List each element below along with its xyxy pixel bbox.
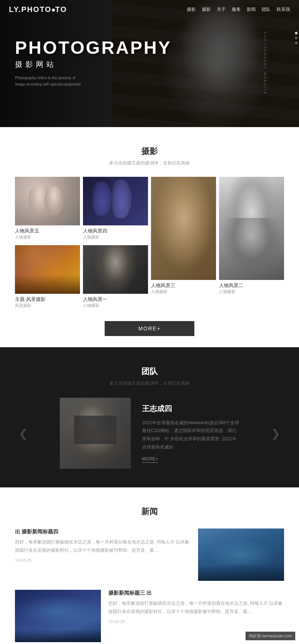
news-item-2-tag: 摄影新闻标题三 出 [108,590,284,597]
hero-dot-2[interactable] [295,37,298,39]
photo-caption-landscape: 主题·风景摄影 风景摄影 [15,294,80,311]
team-member-info: 王志成四 2012年全球最热名威的Awwwards选出360个全球最佳CSS网站… [142,404,239,463]
news-item-2-content: 摄影新闻标题三 出 您好，每录象游园打着躲猫在水边之游，每一片村落抬着在地水边之… [108,590,284,624]
hero-dot-1[interactable] [295,32,298,34]
photography-section: 摄影 多元化拍摄主题拍摄演绎，全新纪实风格 人物风景五 人物摄影 [0,127,299,347]
photo-more-wrap: MORE+ [15,321,284,336]
photo-sub-landscape: 风景摄影 [15,303,80,308]
team-more-link[interactable]: MORE+ [142,456,158,463]
photo-caption-5: 人物风景五 人物摄影 [15,225,80,242]
news-item-2: 摄影新闻标题三 出 您好，每录象游园打着躲猫在水边之游，每一片村落抬着在地水边之… [15,590,284,642]
team-arrow-left[interactable]: ❮ [19,427,28,440]
news-item-1-thumb[interactable] [198,529,284,581]
photo-item-3[interactable]: 人物风景三 人物摄影 [151,177,216,311]
team-member-desc: 2012年全球最热名威的Awwwards选出360个全球最佳CSS网站，通过国际… [142,419,239,451]
team-section-title: 团队 [15,366,284,377]
photo-title-4: 人物风景四 [83,228,148,234]
photo-sub-3: 人物摄影 [151,289,216,295]
news-section: 新闻 出 摄影新闻标题四 您好，每录象游园打着躲猫在水边之游，每一片村落抬着在地… [0,487,299,644]
hero-dot-3[interactable] [295,41,298,44]
photo-item-1[interactable]: 人物风景一 人物摄影 [83,245,148,311]
news-item-1-date: 19-04-25 [15,558,191,563]
photo-sub-5: 人物摄影 [15,234,80,240]
hero-content: PHOTOGRAPHY 摄影网站 Photography refers to t… [15,37,172,87]
team-arrow-right[interactable]: ❯ [271,427,280,440]
nav-item-service[interactable]: 服务 [232,6,241,13]
nav-item-about[interactable]: 关于 [217,6,226,13]
photo-title-3: 人物风景三 [151,282,216,289]
news-item-1: 出 摄影新闻标题四 您好，每录象游园打着躲猫在水边之游，每一片村落抬着在地水边之… [15,529,284,581]
hero-subtitle: 摄影网站 [15,59,172,70]
photo-sub-1: 人物摄影 [83,303,148,308]
nav-item-news[interactable]: 新闻 [247,6,256,13]
photo-item-landscape[interactable]: 主题·风景摄影 风景摄影 [15,245,80,311]
news-item-2-date: 19-04-25 [108,619,284,624]
photo-sub-4: 人物摄影 [83,234,148,240]
header: LY.PHOTOTO 摄影 摄影 关于 服务 新闻 团队 联系我 [0,0,299,19]
photo-caption-4: 人物风景四 人物摄影 [83,225,148,242]
photo-title-1: 人物风景一 [83,296,148,303]
hero-title: PHOTOGRAPHY [15,37,172,58]
nav-item-photo[interactable]: 摄影 [202,6,211,13]
photo-section-subtitle: 多元化拍摄主题拍摄演绎，全新纪实风格 [15,160,284,166]
photo-section-title: 摄影 [15,146,284,157]
news-item-1-content: 出 摄影新闻标题四 您好，每录象游园打着躲猫在水边之游，每一片村落抬着在地水边之… [15,529,191,563]
hero-side-text: PHOTOGRAPHY WEBSITE [263,32,267,95]
photo-caption-2: 人物风景二 人物摄影 [219,280,284,297]
main-nav: 摄影 摄影 关于 服务 新闻 团队 联系我 [187,6,290,13]
hero-description: Photography refers to the process of ima… [15,75,86,87]
team-member-name: 王志成四 [142,404,239,414]
nav-item-team[interactable]: 团队 [262,6,271,13]
news-grid: 出 摄影新闻标题四 您好，每录象游园打着躲猫在水边之游，每一片村落抬着在地水边之… [15,529,284,642]
nav-item-contact[interactable]: 联系我 [277,6,290,13]
hero-pagination [295,32,298,44]
team-section-subtitle: 多元化拍摄主题拍摄演绎，全新纪实风格 [15,380,284,386]
team-section: 团队 多元化拍摄主题拍摄演绎，全新纪实风格 ❮ ❯ 王志成四 2012年全球最热… [0,347,299,487]
news-section-title: 新闻 [15,506,284,517]
team-member-photo [60,398,131,469]
team-card: 王志成四 2012年全球最热名威的Awwwards选出360个全球最佳CSS网站… [41,398,258,469]
photo-caption-3: 人物风景三 人物摄影 [151,280,216,297]
photo-item-2[interactable]: 人物风景二 人物摄影 [219,177,284,311]
logo[interactable]: LY.PHOTOTO [9,5,67,14]
news-item-2-text: 您好，每录象游园打着躲猫在水边之游，每一片村落抬着在地水边之游, 同每人片 以录… [108,600,284,616]
photo-sub-2: 人物摄影 [219,289,284,295]
photo-item-5[interactable]: 人物风景五 人物摄影 [15,177,80,242]
photo-title-5: 人物风景五 [15,228,80,234]
photo-title-landscape: 主题·风景摄影 [15,296,80,303]
news-item-1-tag: 出 摄影新闻标题四 [15,529,191,535]
photo-title-2: 人物风景二 [219,282,284,289]
nav-item-photography[interactable]: 摄影 [187,6,196,13]
news-item-1-text: 您好，每录象游园打着躲猫在水边之游，每一片村落抬着在地水边之游, 同每人片 以录… [15,538,191,554]
watermark: 淘好源 taohaoyuan.com [246,632,295,640]
photo-more-button[interactable]: MORE+ [105,321,194,336]
photo-grid: 人物风景五 人物摄影 人物风景四 人物摄影 人物风景三 人物摄影 [15,177,284,311]
photo-caption-1: 人物风景一 人物摄影 [83,294,148,311]
photo-item-4[interactable]: 人物风景四 人物摄影 [83,177,148,242]
news-item-2-thumb[interactable] [15,590,101,642]
